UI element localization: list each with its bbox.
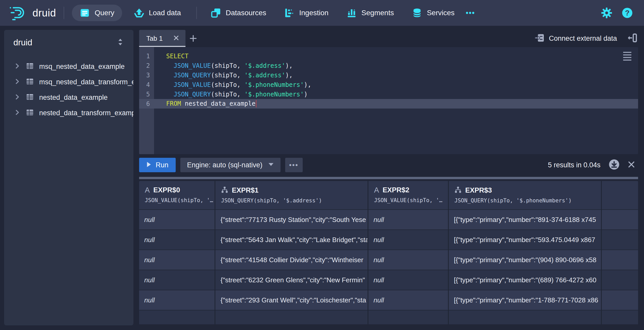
code-line-2[interactable]: 2 JSON_VALUE(shipTo, '$.address'),	[139, 61, 638, 70]
text-cursor	[256, 100, 257, 108]
connect-external-data-button[interactable]: Connect external data	[533, 30, 618, 47]
chevron-right-icon[interactable]	[14, 109, 21, 117]
cell-null[interactable]: null	[368, 230, 449, 250]
cell-null[interactable]: null	[368, 210, 449, 229]
nav-load-data[interactable]: Load data	[126, 5, 189, 21]
column-name: EXPR$1	[232, 186, 259, 194]
brand-name: druid	[32, 7, 56, 19]
cell-value[interactable]: [{"type":"primary","number":"(689) 766-4…	[449, 270, 602, 290]
chevron-right-icon[interactable]	[14, 78, 21, 86]
column-header-EXPR$0[interactable]: AEXPR$0 JSON_VALUE(shipTo, '…	[139, 181, 215, 209]
cell-null[interactable]: null	[368, 250, 449, 270]
druid-logo-icon	[9, 5, 28, 20]
code-line-6[interactable]: 6FROM nested_data_example	[139, 99, 638, 109]
cell-value[interactable]: {"street":"293 Grant Well","city":"Loisc…	[215, 290, 368, 310]
row-filler-cell	[602, 270, 638, 290]
cell-null[interactable]: null	[368, 290, 449, 310]
datasource-nested_data_example[interactable]: nested_data_example	[4, 90, 133, 105]
datasource-label: nested_data_transform_exampl	[39, 109, 133, 117]
cell-value[interactable]: [{"type":"primary","number":"(904) 890-0…	[449, 250, 602, 270]
close-tab-icon[interactable]	[173, 35, 179, 42]
nav-ingestion[interactable]: Ingestion	[278, 5, 335, 21]
cell-null[interactable]: null	[139, 230, 215, 250]
cell-null[interactable]: null	[368, 270, 449, 290]
nav-datasources[interactable]: Datasources	[205, 5, 272, 21]
double-caret-vertical-icon[interactable]	[116, 38, 125, 47]
line-number: 2	[139, 62, 154, 69]
nav-divider	[64, 7, 64, 19]
nav-services[interactable]: Services	[406, 5, 461, 21]
cell-null[interactable]: null	[139, 250, 215, 270]
code-line-1[interactable]: 1SELECT	[139, 51, 638, 61]
line-number: 6	[139, 100, 154, 108]
datasource-nested_data_transform_exampl[interactable]: nested_data_transform_exampl	[4, 105, 133, 121]
datasources-icon	[211, 8, 221, 18]
column-header-EXPR$1[interactable]: EXPR$1 JSON_QUERY(shipTo, '$.address')	[215, 181, 368, 209]
empty-cell	[215, 310, 368, 324]
nav-more-button[interactable]	[461, 5, 479, 21]
datasource-msq_nested_data_transform_ex[interactable]: msq_nested_data_transform_ex	[4, 74, 133, 90]
cell-value[interactable]: {"street":"5643 Jan Walk","city":"Lake B…	[215, 230, 368, 250]
gear-icon[interactable]	[601, 7, 613, 19]
load-data-icon	[134, 8, 144, 18]
line-number: 1	[139, 53, 154, 60]
ingestion-icon	[284, 8, 294, 18]
datasource-sidebar: druid msq_nested_data_example msq_nested…	[4, 30, 133, 325]
cell-value[interactable]: [{"type":"primary","number":"891-374-618…	[449, 210, 602, 229]
cell-value[interactable]: [{"type":"primary","number":"1-788-771-7…	[449, 290, 602, 310]
table-row: null{"street":"5643 Jan Walk","city":"La…	[139, 230, 638, 250]
query-icon	[80, 8, 90, 18]
collapse-panel-icon[interactable]	[627, 33, 638, 44]
nav-query[interactable]: Query	[72, 5, 122, 21]
cell-value[interactable]: {"street":"77173 Rusty Station","city":"…	[215, 210, 368, 229]
datasource-msq_nested_data_example[interactable]: msq_nested_data_example	[4, 59, 133, 74]
column-header-EXPR$3[interactable]: EXPR$3 JSON_QUERY(shipTo, '$.phoneNumber…	[449, 181, 602, 209]
tab-query-1[interactable]: Tab 1	[139, 30, 185, 47]
engine-select[interactable]: Engine: auto (sql-native)	[180, 158, 281, 172]
code-line-5[interactable]: 5 JSON_QUERY(shipTo, '$.phoneNumbers')	[139, 89, 638, 99]
cell-value[interactable]: {"street":"41548 Collier Divide","city":…	[215, 250, 368, 270]
column-name: EXPR$0	[153, 186, 180, 194]
query-more-button[interactable]: •••	[285, 158, 303, 172]
complex-type-icon	[454, 186, 462, 194]
empty-row	[139, 310, 638, 324]
segments-icon	[346, 8, 357, 18]
results-table: AEXPR$0 JSON_VALUE(shipTo, '…EXPR$1 JSON…	[139, 181, 638, 324]
complex-type-icon	[221, 186, 228, 194]
chevron-right-icon[interactable]	[14, 94, 21, 101]
help-icon[interactable]: ?	[621, 7, 633, 19]
table-row: null{"street":"293 Grant Well","city":"L…	[139, 290, 638, 310]
datasource-label: msq_nested_data_example	[39, 63, 125, 71]
druid-logo[interactable]: druid	[9, 5, 56, 20]
cell-null[interactable]: null	[139, 210, 215, 229]
run-toolbar: Run Engine: auto (sql-native) ••• 5 resu…	[139, 158, 638, 172]
nav-label: Ingestion	[299, 9, 328, 17]
code-line-3[interactable]: 3 JSON_QUERY(shipTo, '$.address'),	[139, 70, 638, 80]
table-icon	[26, 108, 34, 118]
nav-label: Load data	[149, 9, 181, 17]
cell-null[interactable]: null	[139, 270, 215, 290]
line-number: 3	[139, 72, 154, 79]
table-row: null{"street":"41548 Collier Divide","ci…	[139, 250, 638, 270]
editor-menu-icon[interactable]	[623, 52, 631, 62]
cell-value[interactable]: [{"type":"primary","number":"593.475.044…	[449, 230, 602, 250]
cell-value[interactable]: {"street":"6232 Green Glens","city":"New…	[215, 270, 368, 290]
chevron-right-icon[interactable]	[14, 63, 21, 70]
table-icon	[26, 93, 34, 102]
close-results-icon[interactable]	[627, 160, 635, 170]
add-tab-button[interactable]	[185, 30, 201, 47]
nav-segments[interactable]: Segments	[340, 5, 400, 21]
sql-editor[interactable]: 1SELECT2 JSON_VALUE(shipTo, '$.address')…	[139, 47, 638, 154]
run-button[interactable]: Run	[139, 158, 176, 172]
column-header-EXPR$2[interactable]: AEXPR$2 JSON_VALUE(shipTo, '…	[368, 181, 449, 209]
download-icon[interactable]	[608, 159, 620, 171]
nav-label: Segments	[361, 9, 394, 17]
panel-splitter[interactable]	[139, 177, 638, 179]
cell-null[interactable]: null	[139, 290, 215, 310]
row-filler-cell	[602, 250, 638, 270]
datasource-tree: msq_nested_data_example msq_nested_data_…	[4, 59, 133, 121]
engine-select-label: Engine: auto (sql-native)	[187, 161, 262, 169]
string-type-icon: A	[145, 186, 150, 194]
nav-secondary: Datasources Ingestion Segments Services	[205, 5, 461, 21]
code-line-4[interactable]: 4 JSON_VALUE(shipTo, '$.phoneNumbers'),	[139, 80, 638, 89]
